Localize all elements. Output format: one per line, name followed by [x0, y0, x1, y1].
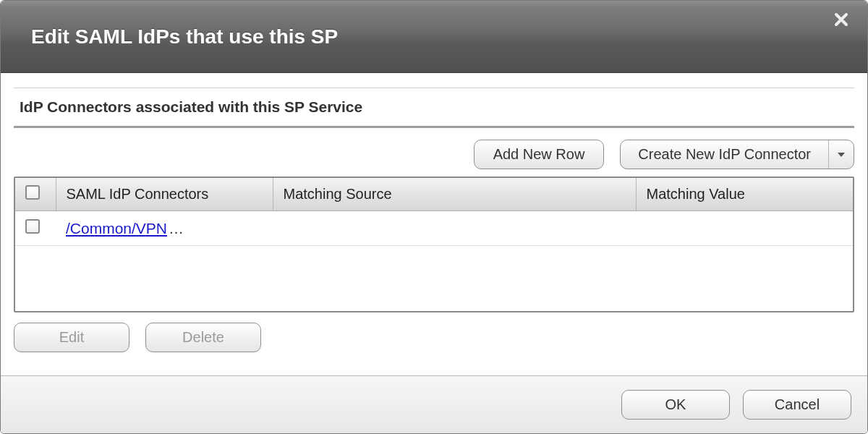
create-idp-connector-label[interactable]: Create New IdP Connector [621, 140, 829, 169]
dialog-footer: OK Cancel [1, 375, 867, 433]
select-all-checkbox[interactable] [25, 185, 40, 200]
toolbar: Add New Row Create New IdP Connector [9, 128, 859, 176]
connector-link[interactable]: /Common/VPN [66, 220, 167, 237]
close-button[interactable] [831, 11, 851, 31]
row-connector-cell: /Common/VPN… [56, 211, 273, 246]
dialog: Edit SAML IdPs that use this SP IdP Conn… [0, 0, 868, 434]
column-header-select [15, 178, 56, 211]
table-row[interactable]: /Common/VPN… [15, 211, 853, 246]
connector-ellipsis: … [169, 220, 184, 237]
dialog-header: Edit SAML IdPs that use this SP [1, 1, 867, 73]
chevron-down-icon [838, 153, 845, 157]
cancel-button[interactable]: Cancel [743, 390, 851, 420]
row-actions: Edit Delete [9, 312, 859, 352]
edit-button[interactable]: Edit [14, 323, 129, 352]
section-heading: IdP Connectors associated with this SP S… [14, 88, 854, 128]
close-icon [834, 12, 848, 30]
connectors-table: SAML IdP Connectors Matching Source Matc… [14, 176, 854, 312]
table-header-row: SAML IdP Connectors Matching Source Matc… [15, 178, 853, 211]
row-matching-value-cell[interactable] [636, 211, 853, 246]
row-matching-source-cell[interactable] [273, 211, 636, 246]
ok-button[interactable]: OK [621, 390, 730, 420]
create-idp-connector-dropdown-arrow[interactable] [829, 140, 854, 169]
add-new-row-button[interactable]: Add New Row [474, 140, 605, 169]
create-idp-connector-button[interactable]: Create New IdP Connector [620, 140, 854, 169]
column-header-connectors[interactable]: SAML IdP Connectors [56, 178, 273, 211]
dialog-title: Edit SAML IdPs that use this SP [31, 25, 338, 48]
column-header-matching-source[interactable]: Matching Source [273, 178, 636, 211]
column-header-matching-value[interactable]: Matching Value [636, 178, 853, 211]
delete-button[interactable]: Delete [145, 323, 261, 352]
row-checkbox[interactable] [25, 219, 40, 234]
row-select-cell [15, 211, 56, 246]
dialog-body: IdP Connectors associated with this SP S… [1, 73, 867, 375]
